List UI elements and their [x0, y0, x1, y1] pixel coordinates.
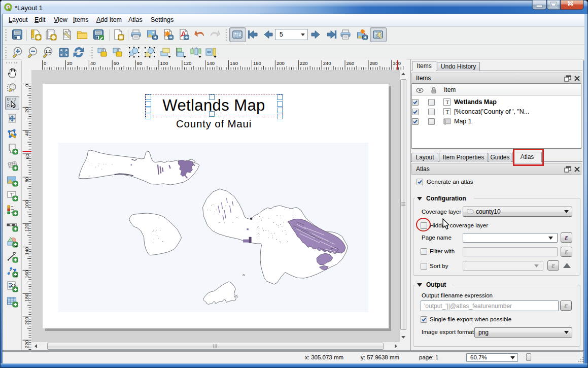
svg-text:140: 140 — [24, 247, 29, 255]
svg-text:1:1: 1:1 — [46, 49, 51, 54]
svg-text:280: 280 — [369, 60, 377, 66]
svg-text:160: 160 — [24, 270, 29, 278]
svg-text:100: 100 — [24, 200, 29, 209]
svg-text:20: 20 — [67, 60, 73, 66]
svg-text:140: 140 — [206, 60, 215, 66]
svg-text:220: 220 — [24, 340, 29, 348]
svg-text:240: 240 — [323, 60, 331, 66]
svg-text:40: 40 — [24, 130, 29, 136]
svg-text:20: 20 — [24, 107, 29, 113]
svg-text:100: 100 — [160, 60, 168, 66]
svg-text:60: 60 — [114, 60, 119, 66]
svg-text:180: 180 — [253, 60, 261, 66]
svg-text:200: 200 — [276, 60, 285, 66]
svg-text:120: 120 — [183, 60, 191, 66]
svg-text:260: 260 — [347, 60, 355, 66]
svg-text:40: 40 — [90, 60, 96, 66]
svg-text:180: 180 — [24, 293, 29, 302]
svg-text:160: 160 — [230, 60, 238, 66]
svg-text:300: 300 — [393, 60, 401, 66]
svg-text:0: 0 — [44, 60, 46, 66]
svg-text:220: 220 — [300, 60, 308, 66]
svg-text:120: 120 — [24, 224, 29, 232]
svg-text:60: 60 — [24, 154, 29, 159]
svg-text:80: 80 — [24, 177, 29, 183]
svg-text:0: 0 — [24, 84, 29, 86]
svg-text:200: 200 — [24, 317, 29, 325]
svg-text:80: 80 — [137, 60, 143, 66]
